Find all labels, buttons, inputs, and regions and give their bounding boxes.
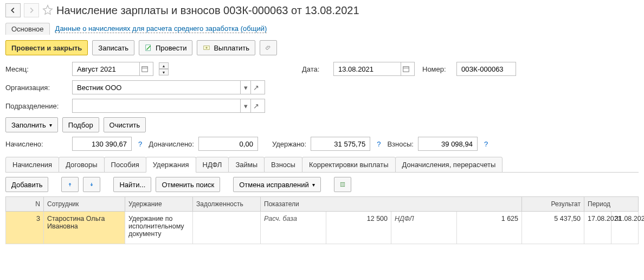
- th-pok[interactable]: Показатели: [261, 197, 522, 212]
- page-title: Начисление зарплаты и взносов 00ЗК-00006…: [56, 4, 359, 17]
- withheld-label: Удержано:: [272, 140, 306, 148]
- calendar-icon[interactable]: [139, 62, 150, 75]
- cancel-search-button[interactable]: Отменить поиск: [156, 177, 220, 192]
- withheld-help-icon[interactable]: ?: [375, 140, 383, 148]
- tab-recalc[interactable]: Доначисления, перерасчеты: [395, 157, 503, 173]
- number-input[interactable]: [460, 65, 512, 74]
- cell-per2[interactable]: 31.08.2021: [611, 212, 639, 244]
- pay-icon: [203, 44, 210, 52]
- addaccrued-label: Доначислено:: [149, 140, 194, 148]
- tab-withholdings[interactable]: Удержания: [146, 157, 196, 173]
- arrow-up-icon: [67, 181, 73, 188]
- th-ud[interactable]: Удержание: [125, 197, 193, 212]
- month-up[interactable]: ▲: [159, 62, 169, 69]
- dept-label: Подразделение:: [5, 102, 68, 110]
- favorite-icon[interactable]: [42, 4, 53, 17]
- add-button[interactable]: Добавить: [5, 177, 48, 192]
- table-row[interactable]: 3 Старостина Ольга Ивановна Удержание по…: [6, 212, 639, 244]
- select-button[interactable]: Подбор: [62, 117, 99, 132]
- paperclip-icon: [266, 44, 271, 52]
- cell-zad[interactable]: [193, 212, 261, 244]
- tab-accruals[interactable]: Начисления: [5, 157, 59, 173]
- svg-point-2: [206, 47, 208, 49]
- tab-ndfl[interactable]: НДФЛ: [196, 157, 229, 173]
- th-zad[interactable]: Задолженность: [193, 197, 261, 212]
- th-per[interactable]: Период: [584, 197, 639, 212]
- post-and-close-button[interactable]: Провести и закрыть: [5, 40, 88, 55]
- date-calendar-icon[interactable]: [401, 62, 411, 75]
- dept-dropdown-icon[interactable]: ▾: [240, 99, 251, 112]
- th-emp[interactable]: Сотрудник: [44, 197, 125, 212]
- accrued-label: Начислено:: [5, 140, 68, 148]
- svg-rect-5: [340, 182, 345, 187]
- th-n[interactable]: N: [6, 197, 44, 212]
- attach-button[interactable]: [260, 40, 277, 55]
- org-dropdown-icon[interactable]: ▾: [240, 81, 251, 94]
- svg-rect-4: [403, 67, 409, 72]
- org-label: Организация:: [5, 84, 68, 92]
- number-label: Номер:: [422, 65, 452, 73]
- cell-res[interactable]: 5 437,50: [522, 212, 584, 244]
- find-button[interactable]: Найти...: [113, 177, 151, 192]
- tab-benefits[interactable]: Пособия: [104, 157, 146, 173]
- org-open-icon[interactable]: ↗: [250, 81, 261, 94]
- save-button[interactable]: Записать: [92, 40, 134, 55]
- month-down[interactable]: ▼: [159, 69, 169, 75]
- cell-emp[interactable]: Старостина Ольга Ивановна: [44, 212, 125, 244]
- month-label: Месяц:: [5, 65, 68, 73]
- cell-pok1-value[interactable]: 12 500: [326, 212, 391, 244]
- accrued-value[interactable]: [76, 139, 128, 149]
- tab-contracts[interactable]: Договоры: [59, 157, 104, 173]
- table-settings-button[interactable]: [334, 177, 351, 192]
- svg-rect-3: [142, 67, 148, 72]
- tab-corrections[interactable]: Корректировки выплаты: [302, 157, 396, 173]
- month-input[interactable]: [76, 65, 139, 74]
- post-button[interactable]: Провести: [139, 40, 193, 55]
- tab-contributions[interactable]: Взносы: [264, 157, 302, 173]
- top-link-avg-earnings[interactable]: Данные о начислениях для расчета среднег…: [55, 24, 267, 33]
- contrib-help-icon[interactable]: ?: [482, 140, 490, 148]
- dept-open-icon[interactable]: ↗: [250, 99, 261, 112]
- cancel-fix-button[interactable]: Отмена исправлений ▾: [233, 177, 321, 192]
- cell-n[interactable]: 3: [6, 212, 44, 244]
- cell-pok2-value[interactable]: 1 625: [456, 212, 522, 244]
- contrib-value[interactable]: [422, 139, 474, 149]
- org-input[interactable]: [76, 83, 240, 92]
- arrow-down-icon: [89, 181, 94, 188]
- table-columns-icon: [340, 181, 345, 188]
- post-icon: [145, 44, 152, 52]
- cell-ud[interactable]: Удержание по исполнительному документу: [125, 212, 193, 244]
- post-button-label: Провести: [156, 44, 187, 52]
- addaccrued-value[interactable]: [202, 139, 254, 149]
- clear-button[interactable]: Очистить: [104, 117, 146, 132]
- chevron-down-icon: ▾: [49, 122, 52, 128]
- date-label: Дата:: [302, 65, 329, 73]
- th-res[interactable]: Результат: [522, 197, 584, 212]
- contrib-label: Взносы:: [387, 140, 414, 148]
- date-input[interactable]: [337, 65, 401, 74]
- move-up-button[interactable]: [61, 177, 79, 192]
- cell-per1[interactable]: 17.08.2021: [584, 212, 611, 244]
- forward-button[interactable]: [24, 3, 39, 17]
- tab-loans[interactable]: Займы: [228, 157, 265, 173]
- back-button[interactable]: [5, 3, 21, 17]
- pay-button[interactable]: Выплатить: [197, 40, 255, 55]
- move-down-button[interactable]: [83, 177, 100, 192]
- pay-button-label: Выплатить: [214, 44, 249, 52]
- cell-pok1-label[interactable]: Расч. база: [261, 212, 326, 244]
- fill-button[interactable]: Заполнить ▾: [5, 117, 58, 132]
- dept-input[interactable]: [76, 101, 240, 111]
- cell-pok2-label[interactable]: НДФЛ: [391, 212, 457, 244]
- cancel-fix-label: Отмена исправлений: [239, 181, 309, 189]
- fill-button-label: Заполнить: [11, 121, 46, 129]
- chevron-down-icon: ▾: [312, 182, 315, 188]
- top-tab-main[interactable]: Основное: [5, 23, 50, 35]
- accrued-help-icon[interactable]: ?: [136, 140, 144, 148]
- withheld-value[interactable]: [314, 139, 366, 149]
